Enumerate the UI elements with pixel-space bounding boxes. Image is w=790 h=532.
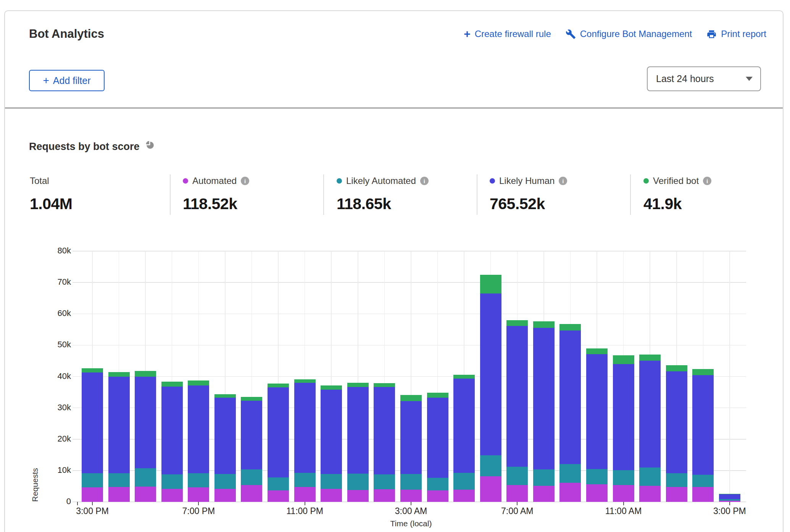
bar-segment-verified-bot[interactable] bbox=[559, 324, 581, 330]
bar-segment-likely-automated[interactable] bbox=[719, 499, 740, 500]
configure-bot-management-link[interactable]: Configure Bot Management bbox=[566, 29, 692, 39]
bar-segment-likely-automated[interactable] bbox=[161, 474, 183, 489]
info-icon[interactable]: i bbox=[420, 177, 429, 185]
bar-segment-automated[interactable] bbox=[135, 487, 156, 502]
bar-segment-likely-human[interactable] bbox=[719, 494, 740, 499]
bar-segment-likely-human[interactable] bbox=[480, 293, 501, 455]
stacked-bar[interactable] bbox=[82, 368, 103, 502]
stacked-bar[interactable] bbox=[161, 382, 183, 502]
info-icon[interactable]: i bbox=[241, 177, 249, 185]
stacked-bar[interactable] bbox=[613, 355, 634, 502]
bar-segment-likely-human[interactable] bbox=[374, 387, 395, 474]
stacked-bar[interactable] bbox=[214, 394, 236, 502]
bar-segment-likely-human[interactable] bbox=[108, 377, 130, 473]
bar-segment-likely-human[interactable] bbox=[666, 371, 687, 474]
bar-segment-automated[interactable] bbox=[533, 486, 555, 502]
bar-segment-automated[interactable] bbox=[241, 485, 262, 502]
stacked-bar[interactable] bbox=[108, 372, 130, 502]
bar-segment-automated[interactable] bbox=[214, 489, 236, 502]
bar-segment-automated[interactable] bbox=[188, 487, 209, 502]
stacked-bar[interactable] bbox=[480, 275, 501, 502]
bar-segment-likely-automated[interactable] bbox=[321, 474, 342, 489]
bar-segment-likely-automated[interactable] bbox=[427, 478, 448, 490]
stacked-bar[interactable] bbox=[241, 397, 262, 502]
stacked-bar[interactable] bbox=[347, 383, 369, 502]
bar-segment-likely-automated[interactable] bbox=[533, 469, 555, 486]
bar-segment-verified-bot[interactable] bbox=[480, 275, 501, 293]
bar-segment-likely-human[interactable] bbox=[613, 364, 634, 470]
stacked-bar[interactable] bbox=[586, 348, 608, 502]
stacked-bar[interactable] bbox=[506, 320, 528, 502]
bar-segment-automated[interactable] bbox=[692, 487, 714, 502]
bar-segment-likely-human[interactable] bbox=[400, 401, 422, 474]
stacked-bar[interactable] bbox=[453, 375, 475, 502]
bar-segment-verified-bot[interactable] bbox=[135, 371, 156, 377]
bar-segment-likely-automated[interactable] bbox=[480, 455, 501, 476]
bar-segment-likely-automated[interactable] bbox=[82, 473, 103, 487]
bar-segment-likely-human[interactable] bbox=[188, 385, 209, 473]
bar-segment-verified-bot[interactable] bbox=[666, 365, 687, 371]
create-firewall-rule-link[interactable]: + Create firewall rule bbox=[464, 28, 551, 40]
bar-segment-verified-bot[interactable] bbox=[214, 394, 236, 398]
bar-segment-verified-bot[interactable] bbox=[719, 494, 740, 494]
bar-segment-likely-automated[interactable] bbox=[374, 474, 395, 489]
bar-segment-likely-human[interactable] bbox=[268, 387, 289, 477]
bar-segment-likely-human[interactable] bbox=[161, 387, 183, 474]
bar-segment-likely-human[interactable] bbox=[82, 372, 103, 473]
bar-segment-automated[interactable] bbox=[108, 487, 130, 502]
bar-segment-verified-bot[interactable] bbox=[374, 383, 395, 387]
print-report-link[interactable]: Print report bbox=[706, 29, 766, 39]
bar-segment-likely-automated[interactable] bbox=[294, 473, 316, 487]
stacked-bar[interactable] bbox=[294, 379, 316, 502]
bar-segment-verified-bot[interactable] bbox=[108, 372, 130, 377]
info-icon[interactable]: i bbox=[703, 177, 711, 185]
bar-segment-likely-human[interactable] bbox=[559, 330, 581, 464]
bar-segment-likely-automated[interactable] bbox=[268, 477, 289, 490]
bar-segment-likely-automated[interactable] bbox=[506, 467, 528, 485]
bar-segment-automated[interactable] bbox=[400, 490, 422, 502]
stacked-bar[interactable] bbox=[719, 494, 740, 502]
stacked-bar[interactable] bbox=[427, 393, 448, 502]
bar-segment-automated[interactable] bbox=[268, 490, 289, 502]
bar-segment-likely-human[interactable] bbox=[135, 377, 156, 469]
bar-segment-likely-automated[interactable] bbox=[586, 469, 608, 484]
bar-segment-likely-human[interactable] bbox=[214, 398, 236, 474]
bar-segment-likely-automated[interactable] bbox=[453, 473, 475, 490]
stacked-bar[interactable] bbox=[135, 371, 156, 502]
bar-segment-likely-human[interactable] bbox=[692, 375, 714, 474]
stacked-bar[interactable] bbox=[533, 321, 555, 502]
bar-segment-verified-bot[interactable] bbox=[161, 382, 183, 387]
bar-segment-likely-automated[interactable] bbox=[188, 473, 209, 487]
bar-segment-verified-bot[interactable] bbox=[268, 384, 289, 387]
bar-segment-likely-automated[interactable] bbox=[241, 469, 262, 485]
bar-segment-likely-automated[interactable] bbox=[135, 468, 156, 487]
bar-segment-likely-automated[interactable] bbox=[108, 473, 130, 487]
bar-segment-likely-human[interactable] bbox=[533, 328, 555, 469]
bar-segment-automated[interactable] bbox=[639, 486, 661, 502]
bar-segment-likely-human[interactable] bbox=[427, 398, 448, 478]
bar-segment-automated[interactable] bbox=[427, 490, 448, 502]
bar-segment-verified-bot[interactable] bbox=[427, 393, 448, 397]
bar-segment-automated[interactable] bbox=[586, 484, 608, 502]
bar-segment-automated[interactable] bbox=[613, 485, 634, 502]
bar-segment-automated[interactable] bbox=[321, 489, 342, 502]
bar-segment-likely-human[interactable] bbox=[294, 383, 316, 473]
bar-segment-likely-automated[interactable] bbox=[666, 473, 687, 487]
bar-segment-likely-human[interactable] bbox=[506, 326, 528, 467]
info-icon[interactable]: i bbox=[559, 177, 567, 185]
bar-segment-automated[interactable] bbox=[453, 490, 475, 502]
stacked-bar[interactable] bbox=[639, 355, 661, 502]
stacked-bar[interactable] bbox=[666, 365, 687, 502]
stacked-bar[interactable] bbox=[692, 369, 714, 502]
bar-segment-automated[interactable] bbox=[347, 490, 369, 502]
stacked-bar[interactable] bbox=[268, 384, 289, 502]
bar-segment-likely-human[interactable] bbox=[347, 387, 369, 474]
bar-segment-likely-human[interactable] bbox=[586, 354, 608, 469]
bar-segment-verified-bot[interactable] bbox=[692, 369, 714, 375]
bar-segment-verified-bot[interactable] bbox=[586, 348, 608, 355]
bar-segment-likely-automated[interactable] bbox=[214, 474, 236, 489]
bar-segment-verified-bot[interactable] bbox=[347, 383, 369, 387]
bar-segment-likely-human[interactable] bbox=[321, 390, 342, 474]
bar-segment-verified-bot[interactable] bbox=[533, 321, 555, 328]
bar-segment-verified-bot[interactable] bbox=[613, 355, 634, 364]
